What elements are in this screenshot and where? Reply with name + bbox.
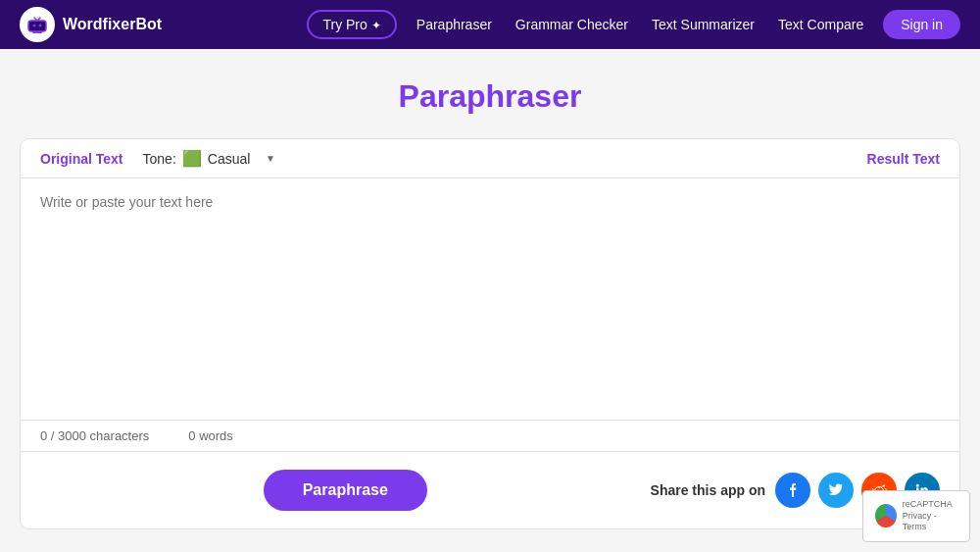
tone-label: Tone: — [143, 151, 176, 167]
brand-icon — [20, 7, 55, 42]
stats-bar: 0 / 3000 characters 0 words — [21, 420, 959, 452]
action-bar: Paraphrase Share this app on — [21, 452, 959, 528]
facebook-share-button[interactable] — [775, 473, 810, 508]
nav-text-compare[interactable]: Text Compare — [778, 17, 863, 32]
svg-point-3 — [39, 25, 42, 27]
brand-logo[interactable]: WordfixerBot — [20, 7, 162, 42]
brand-name: WordfixerBot — [63, 16, 162, 33]
tone-icon: 🟩 — [182, 149, 202, 168]
nav-text-summarizer[interactable]: Text Summarizer — [652, 17, 755, 32]
tone-control: Tone: 🟩 Casual Formal Creative Simple Fl… — [143, 149, 275, 168]
twitter-share-button[interactable] — [818, 473, 854, 508]
tab-result-text[interactable]: Result Text — [867, 151, 940, 167]
original-text-input[interactable] — [40, 194, 940, 400]
text-area-section — [21, 178, 959, 420]
svg-point-8 — [883, 485, 885, 487]
share-label: Share this app on — [651, 482, 765, 498]
char-count: 0 / 3000 characters — [40, 428, 149, 443]
svg-rect-0 — [28, 21, 46, 31]
tabs-bar: Original Text Tone: 🟩 Casual Formal Crea… — [21, 139, 959, 178]
nav-links: Paraphraser Grammar Checker Text Summari… — [416, 17, 863, 32]
word-count: 0 words — [188, 428, 233, 443]
nav-grammar-checker[interactable]: Grammar Checker — [515, 17, 628, 32]
paraphrase-button[interactable]: Paraphrase — [264, 470, 427, 511]
svg-rect-4 — [32, 31, 42, 33]
recaptcha-logo — [875, 504, 897, 527]
paraphraser-card: Original Text Tone: 🟩 Casual Formal Crea… — [20, 138, 960, 529]
page-title: Paraphraser — [20, 78, 960, 115]
main-content: Paraphraser Original Text Tone: 🟩 Casual… — [0, 49, 980, 549]
tab-original-text[interactable]: Original Text — [40, 151, 123, 167]
recaptcha-badge: reCAPTCHA Privacy - Terms — [862, 490, 970, 542]
try-pro-button[interactable]: Try Pro — [307, 10, 396, 39]
tone-select[interactable]: Casual Formal Creative Simple Fluent — [208, 151, 275, 167]
tone-wrapper: Casual Formal Creative Simple Fluent ▼ — [208, 151, 275, 167]
sign-in-button[interactable]: Sign in — [883, 10, 960, 39]
sparkle-icon — [371, 17, 381, 32]
svg-point-2 — [33, 25, 36, 27]
svg-point-10 — [916, 484, 919, 487]
nav-paraphraser[interactable]: Paraphraser — [416, 17, 492, 32]
navbar: WordfixerBot Try Pro Paraphraser Grammar… — [0, 0, 980, 49]
recaptcha-text: reCAPTCHA Privacy - Terms — [903, 499, 957, 533]
